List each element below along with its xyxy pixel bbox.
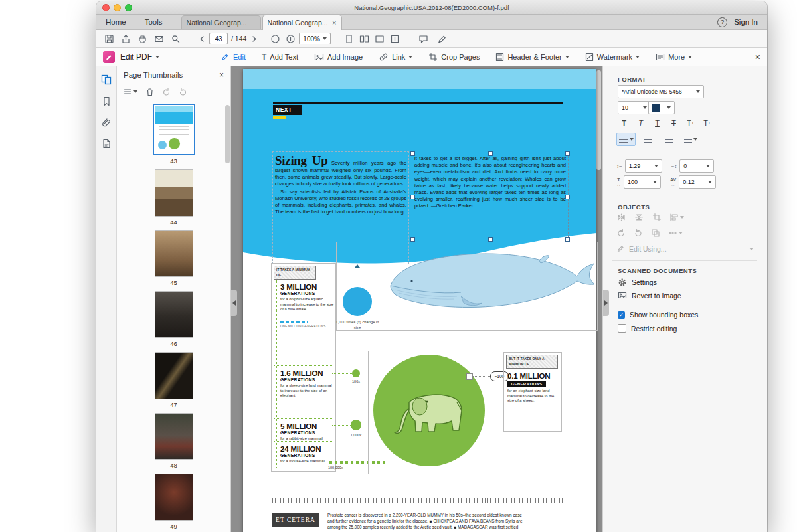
align-center-button[interactable] bbox=[660, 133, 678, 145]
connector-node bbox=[466, 373, 473, 380]
delete-pages-icon[interactable] bbox=[145, 88, 154, 96]
document-scrollbar[interactable] bbox=[596, 70, 601, 170]
rotate-right-icon[interactable] bbox=[179, 88, 187, 96]
superscript-button[interactable] bbox=[683, 117, 698, 129]
arrange-objects-icon[interactable] bbox=[651, 228, 660, 238]
search-icon[interactable] bbox=[171, 34, 181, 44]
document-tab-1[interactable]: National.Geograp... bbox=[181, 15, 261, 29]
next-page-icon[interactable] bbox=[250, 35, 258, 43]
et-cetera-text-block[interactable]: Prostate cancer is discovered in a 2,200… bbox=[323, 509, 567, 532]
page-thumbnails-panel-icon[interactable] bbox=[101, 74, 112, 85]
character-spacing-input[interactable]: 0.12 bbox=[679, 175, 716, 189]
edit-using-button[interactable]: Edit Using... bbox=[616, 244, 753, 253]
zoom-in-icon[interactable] bbox=[286, 34, 296, 44]
show-bounding-boxes-row[interactable]: Show bounding boxes bbox=[618, 311, 698, 319]
page-thumbnail[interactable] bbox=[155, 474, 193, 521]
font-size-select[interactable]: 10 bbox=[618, 101, 651, 114]
collapse-panel-handle[interactable] bbox=[603, 290, 609, 316]
pdf-page[interactable]: NEXT Sizing Up Seventy million years ago… bbox=[243, 69, 596, 532]
add-image-button[interactable]: Add Image bbox=[314, 52, 363, 62]
revert-to-image-button[interactable]: Revert to Image bbox=[618, 291, 681, 300]
page-thumbnail[interactable] bbox=[155, 413, 193, 460]
help-icon[interactable]: ? bbox=[717, 17, 727, 27]
edit-tool-button[interactable]: Edit bbox=[221, 52, 246, 62]
attachments-panel-icon[interactable] bbox=[102, 118, 112, 128]
email-icon[interactable] bbox=[154, 34, 164, 44]
more-button[interactable]: More bbox=[656, 52, 692, 62]
tab-close-icon[interactable]: × bbox=[332, 19, 336, 27]
zoom-out-icon[interactable] bbox=[270, 34, 280, 44]
sign-pen-icon[interactable] bbox=[437, 34, 448, 44]
page-thumbnail[interactable] bbox=[155, 230, 193, 278]
page-thumbnail[interactable] bbox=[155, 352, 193, 399]
line-spacing-input[interactable]: 1.29 bbox=[625, 159, 662, 173]
zoom-level-select[interactable]: 100% bbox=[299, 33, 331, 44]
thumbnails-options-icon[interactable] bbox=[124, 88, 137, 96]
bold-button[interactable] bbox=[616, 117, 632, 129]
thumbnails-scrollbar[interactable] bbox=[225, 105, 230, 163]
header-footer-button[interactable]: Header & Footer bbox=[495, 52, 569, 62]
header-footer-icon bbox=[495, 52, 504, 62]
horizontal-scale-input[interactable]: 100 bbox=[624, 175, 661, 189]
bulleted-list-button[interactable] bbox=[616, 133, 636, 146]
show-bounding-boxes-checkbox[interactable] bbox=[618, 311, 625, 319]
thumbnails-panel-close-icon[interactable]: × bbox=[219, 70, 224, 80]
align-left-button[interactable] bbox=[639, 133, 657, 145]
page-number-input[interactable]: 43 bbox=[209, 33, 228, 44]
hatch-rule bbox=[272, 498, 565, 503]
save-icon[interactable] bbox=[104, 34, 114, 44]
collapse-thumbnails-handle[interactable] bbox=[231, 290, 237, 316]
close-edit-toolbar-icon[interactable]: × bbox=[755, 52, 760, 62]
fit-page-icon[interactable] bbox=[390, 34, 400, 44]
share-icon[interactable] bbox=[121, 34, 131, 44]
restrict-editing-row[interactable]: Restrict editing bbox=[618, 324, 677, 333]
tab-tools[interactable]: Tools bbox=[135, 15, 172, 29]
blue-whale-illustration[interactable] bbox=[383, 243, 596, 329]
settings-button[interactable]: Settings bbox=[618, 278, 657, 287]
flip-horizontal-icon[interactable] bbox=[616, 213, 626, 222]
document-canvas: NEXT Sizing Up Seventy million years ago… bbox=[231, 66, 602, 532]
rotate-left-icon[interactable] bbox=[162, 88, 171, 96]
page-thumbnail[interactable] bbox=[155, 169, 193, 217]
previous-page-icon[interactable] bbox=[198, 35, 206, 43]
edit-pdf-tool-icon[interactable] bbox=[103, 51, 115, 63]
signatures-panel-icon[interactable] bbox=[102, 139, 111, 149]
comment-icon[interactable] bbox=[418, 34, 429, 44]
restrict-editing-checkbox[interactable] bbox=[618, 324, 626, 333]
page-thumbnail-selected[interactable] bbox=[153, 104, 195, 155]
fit-width-icon[interactable] bbox=[375, 34, 385, 44]
article-column-2-selected[interactable]: it takes to get a lot bigger. After all,… bbox=[412, 153, 569, 240]
object-more-icon[interactable] bbox=[668, 228, 683, 238]
page-thumbnail[interactable] bbox=[155, 291, 193, 338]
watermark-caret-icon bbox=[636, 56, 640, 58]
single-page-view-icon[interactable] bbox=[344, 34, 354, 44]
paragraph-spacing-input[interactable]: 0 bbox=[679, 159, 714, 173]
print-icon[interactable] bbox=[137, 34, 147, 44]
tab-home[interactable]: Home bbox=[96, 15, 135, 29]
sign-in-button[interactable]: Sign In bbox=[734, 18, 758, 26]
stat-3: 5 MILLION GENERATIONS for a rabbit-size … bbox=[280, 422, 336, 442]
font-family-select[interactable]: *Arial Unicode MS-5456 bbox=[618, 85, 704, 98]
link-button[interactable]: Link bbox=[379, 52, 412, 62]
document-tab-1-label: National.Geograp... bbox=[187, 19, 256, 27]
crop-pages-button[interactable]: Crop Pages bbox=[428, 52, 480, 62]
subscript-button[interactable] bbox=[699, 117, 715, 129]
stat-1-value: 3 MILLION bbox=[280, 283, 336, 291]
numbered-list-button[interactable] bbox=[681, 133, 699, 145]
flip-vertical-icon[interactable] bbox=[634, 213, 644, 222]
two-page-view-icon[interactable] bbox=[359, 34, 369, 44]
strikethrough-button[interactable] bbox=[666, 117, 681, 129]
font-color-select[interactable] bbox=[648, 101, 675, 114]
underline-button[interactable] bbox=[650, 117, 665, 129]
crop-object-icon[interactable] bbox=[652, 213, 662, 222]
italic-button[interactable] bbox=[633, 117, 648, 129]
rotate-cw-icon[interactable] bbox=[634, 228, 643, 238]
rotate-ccw-icon[interactable] bbox=[616, 228, 626, 238]
watermark-button[interactable]: Watermark bbox=[585, 52, 640, 62]
add-text-button[interactable]: Add Text bbox=[262, 52, 298, 62]
edit-pdf-mode-label[interactable]: Edit PDF bbox=[120, 52, 152, 62]
bookmarks-panel-icon[interactable] bbox=[102, 96, 112, 106]
edit-pdf-mode-caret-icon[interactable] bbox=[155, 56, 159, 58]
align-objects-icon[interactable] bbox=[669, 213, 684, 222]
document-tab-2[interactable]: National.Geograp... × bbox=[262, 15, 342, 30]
